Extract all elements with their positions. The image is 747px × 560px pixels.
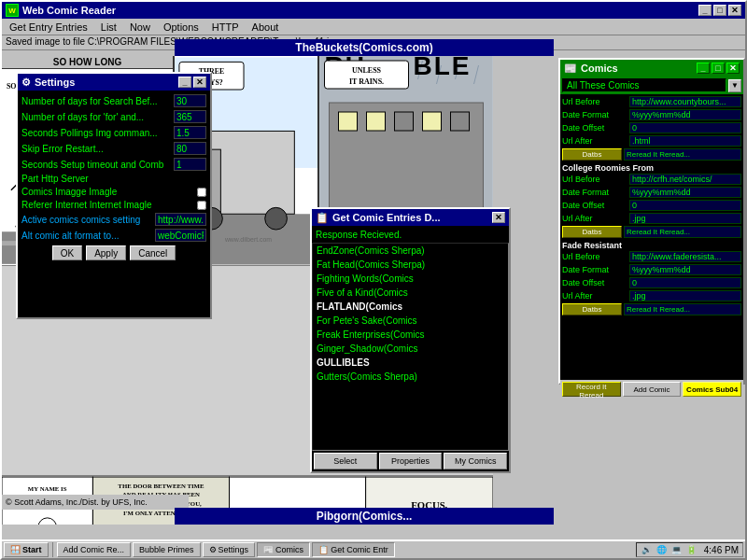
settings-checkbox-6[interactable] (197, 188, 206, 197)
settings-buttons: OK Apply Cancel (21, 245, 206, 260)
menu-options[interactable]: Options (158, 21, 204, 34)
comics-reread-btn-2[interactable]: Datbs (562, 226, 622, 238)
settings-row-0: Number of days for Search Bef... (21, 94, 206, 107)
start-button[interactable]: 🪟 Start (4, 542, 49, 557)
taskbar-btn-comics[interactable]: 📰 Comics (257, 542, 310, 557)
settings-input-1[interactable] (174, 110, 206, 123)
maximize-button[interactable]: □ (713, 5, 726, 16)
settings-minimize-btn[interactable]: _ (178, 77, 191, 88)
settings-ok-btn[interactable]: OK (52, 245, 82, 260)
menu-get-entry[interactable]: Get Entry Entries (4, 21, 93, 34)
settings-content: Number of days for Search Bef... Number … (18, 91, 210, 317)
settings-checkbox-7[interactable] (197, 201, 206, 210)
comics-label-url-before-3: Url Before (562, 252, 627, 261)
comics-dropdown[interactable]: All These Comics (562, 78, 726, 92)
settings-close-btn[interactable]: ✕ (193, 77, 206, 88)
get-comic-item-6[interactable]: Freak Enterprises(Comics (313, 328, 508, 342)
comics-reread-btn-3[interactable]: Datbs (562, 303, 622, 315)
taskbar-btn-bubble[interactable]: Bubble Primes (133, 542, 201, 557)
settings-input-3[interactable] (174, 142, 206, 155)
comics-panel-title-text: Comics (581, 63, 618, 74)
taskbar-btn-settings[interactable]: ⚙ Settings (203, 542, 256, 557)
taskbar-btn-get-comic[interactable]: 📋 Get Comic Entr (312, 542, 395, 557)
start-icon: 🪟 (10, 545, 21, 554)
close-button[interactable]: ✕ (728, 5, 741, 16)
record-it-reread-btn[interactable]: Record It Reread (562, 382, 621, 397)
comics-row-url-after-2: Url After .jpg (562, 213, 741, 224)
comics-panel-close-btn[interactable]: ✕ (726, 63, 740, 74)
comics-dropdown-bar: All These Comics ▼ (560, 77, 743, 94)
settings-title-bar: ⚙ Settings _ ✕ (18, 74, 210, 91)
title-bar-buttons: _ □ ✕ (698, 5, 741, 16)
get-comic-properties-btn[interactable]: Properties (379, 453, 443, 469)
settings-apply-btn[interactable]: Apply (86, 245, 126, 260)
settings-input-8[interactable] (155, 213, 206, 226)
svg-text:www.dilbert.com: www.dilbert.com (224, 236, 272, 243)
comics-panel-title-bar: 📰 Comics _ □ ✕ (560, 60, 743, 77)
settings-input-2[interactable] (174, 126, 206, 139)
comics-value-date-offset-1: 0 (629, 122, 741, 133)
menu-http[interactable]: HTTP (206, 21, 245, 34)
comics-group-1: Url Before http://www.countybours... Dat… (562, 96, 741, 161)
get-comic-item-4[interactable]: FLATLAND(Comics (313, 300, 508, 314)
get-comic-item-0[interactable]: EndZone(Comics Sherpa) (313, 244, 508, 258)
settings-label-7: Referer Internet Internet Imagle (21, 200, 193, 210)
comics-sub04-btn[interactable]: Comics Sub04 (683, 382, 741, 397)
comics-group-2: Url Before http://crfh.net/comics/ Date … (562, 174, 741, 238)
menu-list[interactable]: List (95, 21, 122, 34)
settings-label-1: Number of days for 'for' and... (21, 112, 170, 122)
window-title: Web Comic Reader (22, 5, 116, 16)
svg-rect-36 (423, 112, 442, 131)
comics-value-url-after-3: .jpg (629, 290, 741, 301)
minimize-button[interactable]: _ (698, 5, 712, 16)
svg-text:BLE: BLE (414, 56, 472, 80)
get-comic-item-2[interactable]: Fighting Words(Comics (313, 272, 508, 286)
comics-panel-bottom-buttons: Record It Reread Add Comic Comics Sub04 (560, 380, 743, 399)
comics-reread-btn-1[interactable]: Datbs (562, 148, 622, 161)
get-comic-item-3[interactable]: Five of a Kind(Comics (313, 286, 508, 300)
settings-row-1: Number of days for 'for' and... (21, 110, 206, 123)
taskbar-btn-add-comic-label: Add Comic Re... (63, 545, 125, 554)
get-comic-status-text: Response Recieved. (316, 230, 402, 240)
comics-datbs-value-2: Reread It Reread... (624, 226, 741, 238)
settings-label-4: Seconds Setup timeout and Comb (21, 160, 170, 170)
get-comic-item-5[interactable]: For Pete's Sake(Comics (313, 314, 508, 328)
start-label: Start (22, 545, 42, 554)
get-comic-close-btn[interactable]: ✕ (492, 212, 505, 223)
comics-label-date-offset-2: Date Offset (562, 201, 627, 210)
comics-row-date-offset-2: Date Offset 0 (562, 200, 741, 211)
comics-panel: 📰 Comics _ □ ✕ All These Comics ▼ Url Be… (558, 58, 745, 385)
taskbar-btn-get-comic-label: Get Comic Entr (331, 545, 388, 554)
settings-input-4[interactable] (174, 158, 206, 171)
get-comic-list[interactable]: EndZone(Comics Sherpa) Fat Head(Comics S… (312, 243, 509, 451)
settings-cancel-btn[interactable]: Cancel (130, 245, 176, 260)
comics-panel-max-btn[interactable]: □ (712, 63, 725, 74)
comics-label-date-format-1: Date Format (562, 110, 627, 119)
comics-value-url-after-2: .jpg (629, 213, 741, 224)
comics-row-url-before-2: Url Before http://crfh.net/comics/ (562, 174, 741, 185)
get-comic-item-9[interactable]: Gutters(Comics Sherpa) (313, 370, 508, 384)
comics-value-url-before-2: http://crfh.net/comics/ (629, 174, 741, 185)
settings-label-8: Active comics comics setting (21, 215, 151, 225)
comics-dropdown-arrow[interactable]: ▼ (728, 79, 741, 92)
menu-about[interactable]: About (247, 21, 285, 34)
comics-value-date-format-1: %yyy%mm%dd (629, 109, 741, 120)
get-comic-dialog: 📋 Get Comic Entries D... ✕ Response Reci… (310, 207, 511, 473)
get-comic-item-8[interactable]: GULLIBLES (313, 356, 508, 370)
svg-text:MY NAME IS: MY NAME IS (28, 485, 67, 492)
get-comic-item-7[interactable]: Ginger_Shadow(Comics (313, 342, 508, 356)
comics-label-date-format-2: Date Format (562, 188, 627, 197)
settings-label-2: Seconds Pollings Img comman... (21, 128, 170, 138)
taskbar-btn-add-comic[interactable]: Add Comic Re... (57, 542, 132, 557)
get-comic-mycomics-btn[interactable]: My Comics (444, 453, 507, 469)
system-tray: 🔊 🌐 💻 🔋 4:46 PM (636, 542, 743, 557)
get-comic-select-btn[interactable]: Select (314, 453, 377, 469)
get-comic-item-1[interactable]: Fat Head(Comics Sherpa) (313, 258, 508, 272)
comics-panel-minimize-btn[interactable]: _ (697, 63, 710, 74)
svg-text:THE DOOR BETWEEN TIME: THE DOOR BETWEEN TIME (118, 483, 204, 489)
add-comic-btn[interactable]: Add Comic (623, 382, 682, 397)
settings-input-0[interactable] (174, 94, 206, 107)
settings-input-9[interactable] (155, 229, 206, 242)
comics-row-date-format-2: Date Format %yyy%mm%dd (562, 187, 741, 198)
menu-now[interactable]: Now (124, 21, 156, 34)
